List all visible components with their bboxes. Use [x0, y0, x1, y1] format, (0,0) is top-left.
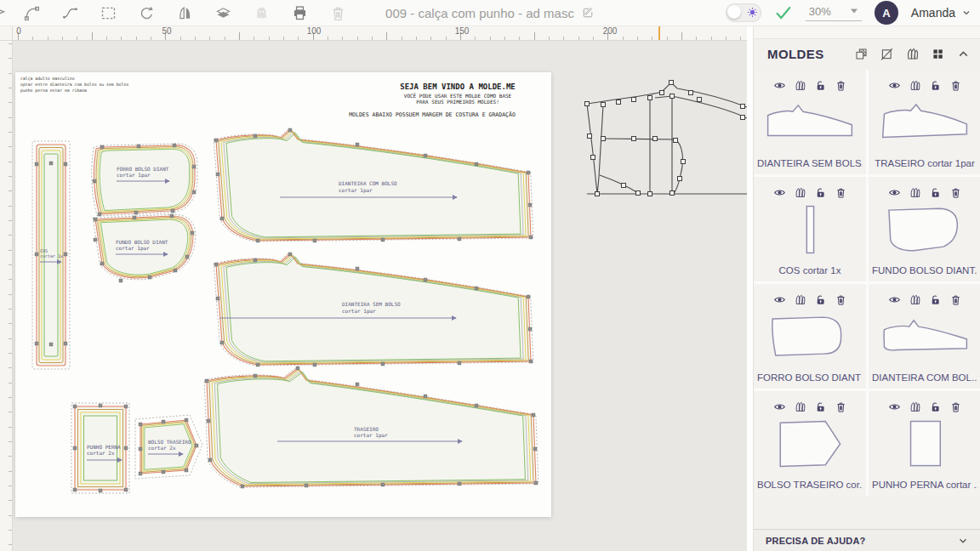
lock-icon[interactable]	[929, 186, 942, 199]
piece-cut-label: cortar 1par	[354, 432, 388, 439]
avatar[interactable]: A	[875, 1, 898, 25]
molde-card-bolso-traseiro[interactable]: BOLSO TRASEIRO cor...	[754, 391, 866, 496]
piece-cut-label: cortar 1x	[40, 253, 63, 258]
edit-title-icon[interactable]	[581, 6, 595, 20]
card-thumbnail[interactable]	[877, 202, 972, 257]
eye-icon[interactable]	[888, 79, 901, 92]
card-thumbnail[interactable]	[877, 310, 972, 364]
no-fill-icon[interactable]	[880, 47, 894, 61]
molde-card-dianteira-com-bolso[interactable]: DIANTEIRA COM BOL...	[869, 284, 980, 389]
zoom-control[interactable]: 30%	[806, 5, 862, 21]
card-thumbnail[interactable]	[877, 417, 972, 471]
ruler-tick-label: 150	[455, 26, 470, 36]
panel-header: MOLDES	[754, 38, 980, 70]
saved-check-icon[interactable]	[774, 3, 793, 22]
draft-base-block[interactable]	[585, 81, 748, 196]
pattern-piece-forro-bolso[interactable]: FORRO BOLSO DIANT cortar 1par	[92, 144, 197, 216]
molde-card-fundo-bolso[interactable]: FUNDO BOLSO DIANT...	[869, 177, 980, 281]
eye-icon[interactable]	[773, 79, 786, 92]
card-actions	[754, 292, 866, 307]
trash-icon[interactable]	[949, 186, 962, 199]
fabric-icon[interactable]	[909, 186, 921, 199]
curve-tool-icon[interactable]	[59, 2, 82, 24]
help-footer[interactable]: PRECISA DE AJUDA?	[754, 529, 980, 551]
fabric-icon[interactable]	[909, 293, 921, 306]
fabric-icon[interactable]	[794, 79, 806, 92]
duplicate-icon[interactable]	[854, 47, 869, 61]
piece-label: BOLSO TRASEIRO	[148, 439, 191, 445]
fabric-icon[interactable]	[909, 79, 921, 92]
eye-icon[interactable]	[773, 293, 786, 306]
rotate-icon[interactable]	[135, 2, 158, 24]
trash-icon[interactable]	[835, 293, 847, 306]
pattern-piece-dianteira-com-bolso[interactable]: DIANTEIRA COM BOLSO cortar 1par	[214, 128, 533, 242]
card-thumbnail[interactable]	[762, 95, 858, 150]
card-thumbnail[interactable]	[762, 202, 858, 257]
fabric-icon[interactable]	[905, 47, 920, 61]
card-label: BOLSO TRASEIRO cor...	[757, 480, 863, 490]
lock-icon[interactable]	[929, 79, 942, 92]
select-area-icon[interactable]	[97, 2, 120, 24]
eye-icon[interactable]	[773, 186, 786, 199]
pointer-tool-button[interactable]	[0, 1, 7, 25]
eye-icon[interactable]	[888, 293, 901, 306]
print-icon[interactable]	[288, 2, 311, 24]
ruler-tick-label: 200	[603, 26, 618, 36]
lock-icon[interactable]	[814, 186, 827, 199]
eye-icon[interactable]	[888, 186, 901, 199]
trash-icon[interactable]	[835, 79, 847, 92]
molde-card-dianteira-sem-bolso[interactable]: DIANTEIRA SEM BOLS...	[754, 70, 866, 174]
trash-icon[interactable]	[327, 2, 350, 24]
toolbar-tools	[20, 1, 350, 25]
molde-card-forro-bolso[interactable]: FORRO BOLSO DIANT ...	[754, 284, 866, 389]
bezier-tool-icon[interactable]	[20, 2, 43, 24]
fabric-icon[interactable]	[794, 186, 806, 199]
pattern-piece-traseiro[interactable]: TRASEIRO cortar 1par	[204, 366, 538, 488]
eye-icon[interactable]	[888, 400, 901, 413]
lock-icon[interactable]	[814, 79, 827, 92]
card-label: COS cortar 1x	[757, 265, 863, 276]
grid-view-icon[interactable]	[931, 47, 945, 61]
card-thumbnail[interactable]	[877, 95, 972, 150]
card-actions	[754, 399, 866, 414]
lock-icon[interactable]	[929, 400, 942, 413]
card-thumbnail[interactable]	[762, 417, 858, 471]
ghost-icon[interactable]	[250, 2, 273, 24]
piece-label: DIANTEIRA SEM BOLSO	[342, 301, 401, 307]
user-menu[interactable]: Amanda	[911, 6, 971, 20]
card-actions	[754, 77, 866, 93]
eye-icon[interactable]	[773, 400, 786, 413]
pattern-canvas[interactable]: calça adulto masculino optar entre diant…	[0, 40, 747, 551]
fabric-icon[interactable]	[794, 400, 806, 413]
molde-card-cos[interactable]: COS cortar 1x	[754, 177, 866, 281]
help-footer-label: PRECISA DE AJUDA?	[766, 536, 866, 546]
fabric-icon[interactable]	[794, 293, 806, 306]
theme-toggle[interactable]	[726, 3, 761, 22]
trash-icon[interactable]	[949, 293, 962, 306]
note-line: punho perna estar em ribana	[20, 88, 87, 93]
lock-icon[interactable]	[814, 293, 827, 306]
pattern-piece-fundo-bolso[interactable]: FUNDO BOLSO DIANT cortar 1par	[93, 214, 196, 282]
card-thumbnail[interactable]	[762, 310, 858, 364]
layers-icon[interactable]	[212, 2, 235, 24]
welcome-line: VOCÊ PODE USAR ESTE MOLDE COMO BASE	[404, 93, 512, 99]
piece-label: FUNDO BOLSO DIANT	[116, 239, 168, 245]
trash-icon[interactable]	[949, 79, 962, 92]
fabric-icon[interactable]	[909, 400, 921, 413]
lock-icon[interactable]	[929, 293, 942, 306]
molde-card-punho-perna[interactable]: PUNHO PERNA cortar ...	[869, 391, 980, 496]
trash-icon[interactable]	[835, 400, 847, 413]
pattern-piece-bolso-traseiro[interactable]: BOLSO TRASEIRO cortar 2x	[135, 415, 202, 479]
trash-icon[interactable]	[835, 186, 847, 199]
panel-scrollbar-track[interactable]	[747, 26, 753, 551]
trash-icon[interactable]	[949, 400, 962, 413]
molde-card-traseiro[interactable]: TRASEIRO cortar 1par	[869, 70, 980, 174]
mirror-icon[interactable]	[174, 2, 197, 24]
pattern-piece-cos[interactable]: COS cortar 1x	[32, 141, 70, 369]
collapse-panel-icon[interactable]	[956, 47, 971, 61]
pattern-piece-punho-perna[interactable]: PUNHO PERNA cortar 2x	[71, 403, 129, 493]
piece-cut-label: cortar 2x	[87, 450, 115, 456]
pattern-piece-dianteira-sem-bolso[interactable]: DIANTEIRA SEM BOLSO cortar 1par	[214, 253, 533, 366]
ruler-tick-label: 0	[16, 26, 21, 36]
lock-icon[interactable]	[814, 400, 827, 413]
